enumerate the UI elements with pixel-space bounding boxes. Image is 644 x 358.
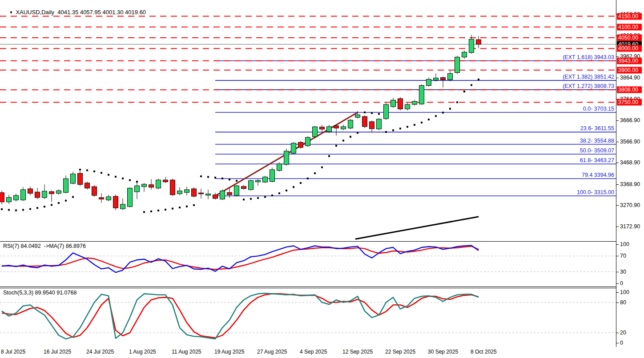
date-label: 8 Jul 2025 [1,349,25,355]
bull-candle [355,115,360,117]
bull-candle [469,39,474,52]
sar-dot [442,112,444,114]
sar-dot [93,171,95,172]
sar-dot [471,84,472,86]
bull-candle [106,197,111,200]
stoch-axis-label: 100 [620,289,629,295]
sar-dot [307,178,309,179]
sar-dot [421,122,423,123]
bear-candle [476,40,481,44]
bear-candle [199,193,204,194]
bull-candle [306,137,310,146]
sar-dot [371,112,373,114]
sar-dot [15,209,17,211]
bear-candle [370,122,374,129]
sar-dot [86,169,88,171]
sar-dot [36,207,38,209]
stoch-axis-label: 0 [620,340,623,346]
bull-candle [455,57,460,73]
price-axis-label: 3468.90 [620,159,640,166]
sar-dot [44,206,45,207]
sar-dot [229,179,230,180]
price-axis-label: 3666.90 [620,117,640,123]
sar-dot [407,126,408,128]
price-level-badge: 4100.00 [617,24,642,30]
sar-dot [449,108,451,110]
bear-candle [0,193,4,202]
bull-candle [249,181,254,190]
chart-title: ▼XAUUSD,Daily 4041.35 4057.95 4001.30 40… [3,2,146,22]
stoch-axis-label: 20 [620,330,626,336]
date-label: 12 Sep 2025 [342,349,373,355]
price-level-badge: 3900.00 [617,67,642,73]
sar-dot [314,172,316,174]
fib-level-label: 0.0- 3703.15 [583,106,614,112]
bull-candle [64,179,68,192]
price-level-badge: 4150.00 [617,13,642,20]
sar-dot [435,115,437,117]
price-axis[interactable]: 4158.904060.903962.903864.903764.903666.… [616,0,644,347]
date-axis[interactable]: 8 Jul 202516 Jul 202524 Jul 20251 Aug 20… [0,347,644,358]
fib-level-label: 38.2- 3554.88 [580,138,614,144]
bull-candle [291,143,296,153]
rsi-axis-label: 70 [620,253,626,259]
sar-dot [456,101,458,103]
bear-candle [213,195,218,199]
bear-candle [398,99,403,109]
bull-candle [256,180,261,182]
bull-candle [419,86,424,104]
sar-dot [321,167,323,168]
date-label: 16 Jul 2025 [44,349,71,355]
sar-dot [243,199,245,200]
rsi-indicator-label: RSI(7) 84.0492 ->MA(7) 86.8976 [3,243,86,249]
bull-candle [128,188,133,207]
sar-dot [463,91,465,92]
price-level-badge: 4050.00 [617,34,642,41]
bull-candle [462,52,467,57]
sar-dot [214,177,216,179]
sar-dot [8,209,10,211]
date-label: 30 Sep 2025 [428,349,458,355]
sar-dot [122,178,124,179]
sar-dot [207,176,209,178]
bear-candle [85,183,90,188]
date-label: 27 Aug 2025 [257,349,287,355]
date-label: 24 Jul 2025 [86,349,114,355]
sar-dot [179,207,181,208]
bull-candle [14,195,19,200]
rsi-line [2,246,479,273]
bear-candle [362,116,367,127]
sar-dot [250,198,252,200]
sar-dot [165,209,166,211]
date-label: 19 Aug 2025 [214,349,244,355]
sar-dot [278,192,280,194]
sar-dot [136,181,138,183]
bear-candle [163,180,168,182]
date-label: 4 Sep 2025 [300,349,327,355]
date-label: 8 Oct 2025 [471,349,497,355]
rsi-axis-label: 30 [620,269,626,275]
rsi-axis-label: 0 [620,280,623,286]
price-chart-canvas[interactable]: (EXT 1.618) 3943.03(EXT 1.382) 3851.42(E… [0,0,644,358]
bull-candle [156,180,161,188]
sar-dot [478,79,479,80]
bull-candle [270,170,275,182]
sar-dot [399,127,401,129]
sar-dot [328,155,330,157]
sar-dot [385,131,387,133]
sar-dot [392,129,394,131]
sar-dot [22,209,24,211]
bull-candle [412,101,417,104]
bull-candle [327,127,332,132]
fib-level-label: 61.8- 3463.27 [580,157,614,163]
bull-candle [263,177,268,182]
sar-dot [286,190,287,191]
bear-candle [334,126,339,128]
sar-dot [200,175,202,177]
stoch-signal-line [2,294,479,338]
bull-candle [206,194,211,195]
symbol-dropdown-icon[interactable]: ▼ [9,10,13,15]
bull-candle [313,127,318,137]
sar-dot [157,210,159,211]
chart-symbol-label: XAUUSD,Daily [16,9,54,16]
